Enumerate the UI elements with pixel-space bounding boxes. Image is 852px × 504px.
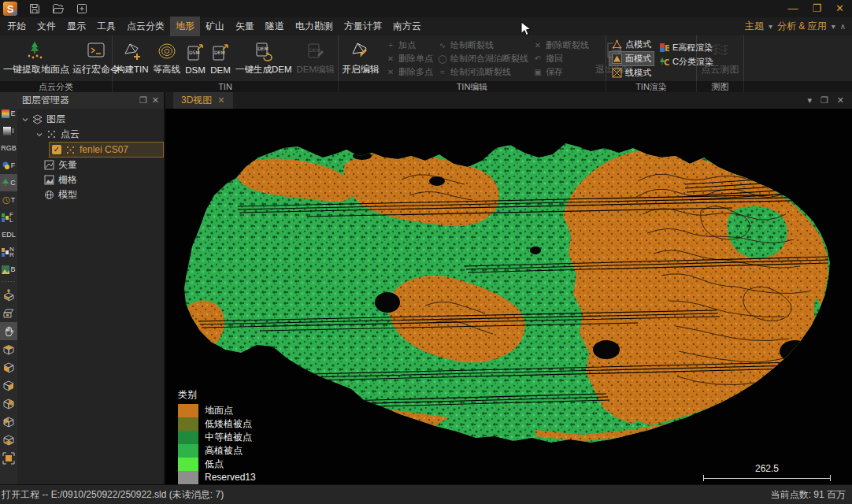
minimize-button[interactable]: —: [787, 2, 798, 14]
menu-tab-display[interactable]: 显示: [61, 17, 91, 36]
legend-item-high-veg: 高植被点: [178, 444, 256, 458]
pan-tool[interactable]: [0, 322, 17, 340]
restore-button[interactable]: ❐: [812, 2, 821, 14]
intensity-render-strip-button[interactable]: I: [0, 122, 17, 139]
viewport: 3D视图 ✕ ▾ ❐ ✕: [165, 92, 852, 484]
legend-swatch-med-veg: [178, 431, 198, 444]
save-project-icon[interactable]: [28, 2, 41, 15]
panel-float-icon[interactable]: ❐: [139, 95, 147, 106]
draw-river-breakline-button[interactable]: ≈绘制河流断裂线: [438, 66, 528, 78]
view-back-button[interactable]: [0, 413, 17, 431]
menu-tab-mine[interactable]: 矿山: [200, 17, 230, 36]
dem-button[interactable]: DEM DEM: [209, 41, 232, 76]
dsm-button[interactable]: DSM DSM: [183, 41, 207, 76]
start-edit-icon: [350, 40, 371, 61]
view-tabbar: 3D视图 ✕ ▾ ❐ ✕: [165, 92, 852, 109]
add-point-button[interactable]: ＋加点: [386, 39, 433, 51]
menu-bar: 开始 文件 显示 工具 点云分类 地形 矿山 矢量 隧道 电力勘测 方量计算 南…: [0, 17, 852, 35]
raster-icon: [44, 175, 54, 185]
rgb-render-strip-button[interactable]: RGB: [0, 139, 17, 157]
render-mode-strip: E I RGB F C T FL EDL NR B: [0, 92, 17, 484]
nr-blocks-icon: [2, 248, 9, 257]
terminal-icon: [86, 40, 106, 61]
draw-breakline-button[interactable]: ∿绘制断裂线: [438, 39, 528, 51]
menu-tab-tunnel[interactable]: 隧道: [260, 17, 290, 36]
undo-button[interactable]: ↶撤回: [533, 53, 589, 65]
legend-item-low-point: 低点: [178, 458, 256, 471]
layer-manager-title: 图层管理器: [22, 94, 69, 107]
save-edit-button[interactable]: ▣保存: [533, 66, 589, 78]
new-project-icon[interactable]: [76, 2, 88, 15]
line-mode-button[interactable]: 线模式: [609, 66, 654, 80]
pointcloud-icon: [65, 145, 76, 155]
analysis-dropdown-icon[interactable]: ▾: [832, 22, 835, 31]
view-close-icon[interactable]: ✕: [837, 95, 844, 106]
menu-tab-power-survey[interactable]: 电力勘测: [290, 17, 339, 36]
view-top-button[interactable]: [0, 340, 17, 358]
exit-edit-icon: [604, 40, 624, 61]
tin-edit-point-tools: ＋加点 ✕删除单点 ✕删除多点: [386, 39, 433, 78]
tree-node-model[interactable]: 模型: [17, 187, 164, 202]
panel-close-icon[interactable]: ✕: [152, 95, 159, 106]
b-render-strip-button[interactable]: B: [0, 261, 17, 278]
tree-node-layers[interactable]: 图层: [17, 112, 164, 127]
collapse-ribbon-icon[interactable]: ∧: [840, 22, 846, 31]
time-render-strip-button[interactable]: T: [0, 191, 17, 209]
tab-list-dropdown-icon[interactable]: ▾: [807, 95, 812, 106]
elevation-render-strip-button[interactable]: E: [0, 105, 17, 122]
tab-3d-view[interactable]: 3D视图 ✕: [173, 92, 233, 109]
layer-visibility-checkbox[interactable]: ✓: [52, 145, 61, 154]
titlebar: S — ❐ ✕: [0, 0, 852, 17]
pointcloud-mapping-button[interactable]: 点云测图: [700, 39, 741, 78]
generate-dem-button[interactable]: DEM 一键生成DEM: [234, 39, 294, 77]
delete-breakline-button[interactable]: ✕删除断裂线: [533, 39, 589, 51]
edl-render-strip-button[interactable]: EDL: [0, 226, 17, 243]
draw-lake-breakline-button[interactable]: ◯绘制闭合湖泊断裂线: [438, 53, 528, 65]
layer-manager-header: 图层管理器 ❐ ✕: [17, 92, 164, 109]
dem-edit-button[interactable]: DEM DEM编辑: [294, 39, 336, 77]
river-breakline-icon: ≈: [438, 68, 447, 76]
delete-multi-points-button[interactable]: ✕删除多点: [386, 66, 433, 78]
delete-point-button[interactable]: ✕删除单点: [386, 53, 433, 65]
close-button[interactable]: ✕: [835, 2, 844, 14]
chevron-down-icon[interactable]: [36, 132, 43, 138]
analysis-menu[interactable]: 分析 & 应用: [777, 20, 827, 33]
tree-node-pointcloud[interactable]: 点云: [17, 127, 164, 142]
fl-render-strip-button[interactable]: FL: [0, 209, 17, 226]
select-box-tool[interactable]: [0, 286, 17, 304]
zoom-extent-button[interactable]: [0, 449, 17, 467]
menu-tab-vector[interactable]: 矢量: [230, 17, 260, 36]
layer-tree: 图层 点云 ✓ fenlei CS07 矢量 栅格 模型: [17, 109, 164, 202]
f-render-strip-button[interactable]: F: [0, 157, 17, 174]
menu-tab-start[interactable]: 开始: [2, 17, 31, 36]
open-project-icon[interactable]: [52, 2, 65, 15]
view-float-icon[interactable]: ❐: [821, 95, 828, 106]
chevron-down-icon[interactable]: [22, 117, 28, 123]
build-tin-button[interactable]: 构建TIN: [114, 39, 150, 77]
nr-render-strip-button[interactable]: NR: [0, 243, 17, 261]
classification-render-strip-button[interactable]: C: [0, 174, 17, 191]
slice-box-tool[interactable]: [0, 304, 17, 322]
3d-canvas[interactable]: 类别 地面点 低矮植被点 中等植被点 高植被点: [165, 109, 852, 484]
menu-tab-volume-calc[interactable]: 方量计算: [339, 17, 387, 36]
extract-ground-points-button[interactable]: 一键提取地面点: [2, 39, 71, 78]
menu-tab-southern-cloud[interactable]: 南方云: [387, 17, 427, 36]
tree-node-cloud-item[interactable]: ✓ fenlei CS07: [49, 142, 164, 158]
svg-text:DEM: DEM: [257, 46, 269, 51]
theme-dropdown-icon[interactable]: ▾: [769, 22, 772, 31]
view-left-button[interactable]: [0, 376, 17, 395]
contour-button[interactable]: 等高线: [152, 39, 183, 77]
menu-tab-pointcloud-classify[interactable]: 点云分类: [121, 17, 170, 36]
view-bottom-button[interactable]: [0, 431, 17, 449]
theme-menu[interactable]: 主题: [745, 20, 764, 33]
view-front-button[interactable]: [0, 358, 17, 376]
menu-tab-file[interactable]: 文件: [31, 17, 61, 36]
tree-node-raster[interactable]: 栅格: [17, 172, 164, 187]
tree-node-vector[interactable]: 矢量: [17, 158, 164, 172]
menu-tab-tools[interactable]: 工具: [91, 17, 121, 36]
start-edit-button[interactable]: 开启编辑: [340, 39, 381, 78]
classification-tree-icon: [2, 179, 9, 187]
view-right-button[interactable]: [0, 395, 17, 413]
tab-close-icon[interactable]: ✕: [217, 95, 224, 106]
menu-tab-terrain[interactable]: 地形: [170, 17, 200, 36]
